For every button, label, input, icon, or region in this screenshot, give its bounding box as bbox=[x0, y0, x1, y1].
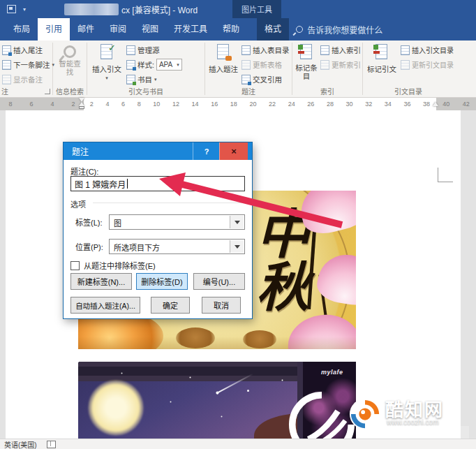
tab-view[interactable]: 视图 bbox=[134, 18, 166, 41]
tell-me-search[interactable]: 告诉我你想要做什么 bbox=[296, 18, 382, 41]
insert-endnote-button[interactable]: 插入尾注 bbox=[1, 43, 51, 57]
delete-label-button[interactable]: 删除标签(D) bbox=[136, 273, 188, 290]
chevron-down-icon[interactable] bbox=[230, 216, 244, 228]
insert-citation-button[interactable]: ✓ 插入引文 ▾ bbox=[89, 43, 125, 88]
mark-citation-button[interactable]: 标记引文 bbox=[364, 43, 399, 88]
manage-sources-button[interactable]: 管理源 bbox=[125, 43, 202, 57]
ruler-number: 4 bbox=[50, 101, 54, 108]
ruler-number: 30 bbox=[346, 101, 353, 108]
left-indent-marker[interactable] bbox=[79, 98, 84, 109]
update-toa-button: 更新引文目录 bbox=[399, 57, 452, 72]
cancel-button[interactable]: 取消 bbox=[202, 297, 241, 314]
ribbon-group-captions: 插入题注 插入表目录 更新表格 交叉引用 题注 bbox=[206, 41, 291, 97]
new-label-button[interactable]: 新建标签(N)... bbox=[70, 273, 132, 290]
ribbon-tab-row: 布局 引用 邮件 审阅 视图 开发工具 帮助 格式 告诉我你想要做什么 bbox=[0, 18, 476, 41]
tab-references[interactable]: 引用 bbox=[38, 18, 70, 41]
style-icon bbox=[126, 60, 135, 70]
tab-review[interactable]: 审阅 bbox=[102, 18, 134, 41]
label-dropdown-value: 图 bbox=[114, 217, 121, 228]
group-divider bbox=[52, 43, 53, 95]
watermark-site-url: www.coozhi.com bbox=[387, 418, 438, 426]
word-window: ▾ cx [兼容模式] - Word 图片工具 布局 引用 邮件 审阅 视图 开… bbox=[0, 0, 476, 449]
redacted-filename bbox=[64, 3, 119, 15]
caption-input[interactable]: 图 1 嫦娥奔月 bbox=[70, 176, 245, 191]
tab-layout[interactable]: 布局 bbox=[6, 18, 38, 41]
status-language[interactable]: 英语(美国) bbox=[4, 439, 37, 449]
quick-access-dropdown-icon[interactable]: ▾ bbox=[23, 6, 26, 13]
smart-lookup-icon bbox=[64, 45, 76, 58]
ribbon-group-authorities: 标记引文 插入引文目录 更新引文目录 引文目录 bbox=[364, 41, 453, 97]
close-icon[interactable]: × bbox=[219, 142, 248, 160]
ruler-number: 24 bbox=[288, 101, 295, 108]
status-bar: 英语(美国) bbox=[0, 439, 476, 449]
mark-citation-icon bbox=[373, 44, 390, 62]
quick-access-toolbar: ▾ bbox=[0, 5, 26, 13]
show-notes-button: 显示备注 bbox=[1, 72, 51, 87]
insert-table-of-figures-button[interactable]: 插入表目录 bbox=[240, 43, 290, 57]
caption-input-value: 图 1 嫦娥奔月 bbox=[75, 178, 126, 190]
horizontal-ruler[interactable]: 8642 2468101214161820222426283032343638 … bbox=[0, 98, 476, 110]
position-dropdown-value: 所选项目下方 bbox=[114, 242, 160, 253]
ruler-number: 28 bbox=[327, 101, 334, 108]
ruler-number: 42 bbox=[463, 101, 470, 108]
tab-mailings[interactable]: 邮件 bbox=[70, 18, 102, 41]
group-divider bbox=[292, 43, 292, 95]
quick-access-icon[interactable] bbox=[7, 5, 16, 13]
window-title: cx [兼容模式] - Word bbox=[121, 3, 198, 15]
tab-developer[interactable]: 开发工具 bbox=[166, 18, 215, 41]
autocaption-button[interactable]: 自动插入题注(A)... bbox=[70, 297, 140, 314]
ruler-number: 20 bbox=[249, 101, 256, 108]
tab-picture-format[interactable]: 格式 bbox=[257, 18, 289, 41]
manage-sources-icon bbox=[126, 45, 135, 55]
caption-field-label: 题注(C): bbox=[70, 165, 98, 177]
next-footnote-button[interactable]: 下一条脚注 ▾ bbox=[1, 57, 51, 72]
dialog-title: 题注 bbox=[72, 145, 89, 157]
insert-caption-button[interactable]: 插入题注 bbox=[207, 43, 240, 88]
group-divider bbox=[204, 43, 205, 95]
ruler-number: 36 bbox=[403, 101, 410, 108]
cross-reference-icon bbox=[241, 75, 251, 84]
ok-button[interactable]: 确定 bbox=[151, 297, 190, 314]
authorities-group-label: 引文目录 bbox=[394, 86, 422, 96]
chevron-down-icon: ▾ bbox=[154, 77, 157, 82]
margin-corner-mark bbox=[438, 168, 453, 182]
insert-index-button[interactable]: 插入索引 bbox=[319, 43, 361, 57]
style-dropdown[interactable]: APA ▾ bbox=[156, 59, 182, 71]
footnotes-group-label: 注 bbox=[1, 86, 8, 96]
watermark-site-name: 酷知网 bbox=[385, 395, 444, 421]
right-indent-marker[interactable] bbox=[433, 102, 438, 106]
ruler-number: 2 bbox=[71, 101, 75, 108]
insert-toa-button[interactable]: 插入引文目录 bbox=[399, 43, 452, 57]
ruler-number: 4 bbox=[105, 101, 109, 108]
ruler-number: 22 bbox=[269, 101, 276, 108]
options-divider bbox=[93, 203, 245, 203]
exclude-label-checkbox[interactable] bbox=[70, 261, 80, 270]
cross-reference-button[interactable]: 交叉引用 bbox=[240, 72, 290, 87]
chevron-down-icon[interactable] bbox=[230, 240, 244, 253]
proofing-status-icon[interactable] bbox=[47, 441, 56, 448]
chevron-down-icon: ▾ bbox=[177, 62, 179, 68]
citations-group-label: 引文与书目 bbox=[128, 86, 163, 96]
insert-citation-icon: ✓ bbox=[98, 44, 115, 62]
image-bottom-shade bbox=[78, 337, 356, 349]
options-group-label: 选项 bbox=[70, 198, 86, 209]
label-field-label: 标签(L): bbox=[75, 216, 103, 228]
numbering-button[interactable]: 编号(U)... bbox=[193, 273, 245, 290]
chevron-down-icon: ▾ bbox=[105, 75, 108, 81]
label-dropdown[interactable]: 图 bbox=[109, 214, 245, 230]
bibliography-icon bbox=[126, 75, 135, 84]
ruler-number: 10 bbox=[153, 101, 160, 108]
ruler-number: 38 bbox=[423, 101, 430, 108]
position-dropdown[interactable]: 所选项目下方 bbox=[109, 239, 245, 254]
footnotes-dialog-launcher-icon[interactable] bbox=[45, 89, 50, 94]
update-index-icon bbox=[320, 60, 329, 70]
ruler-left-margin: 8642 bbox=[0, 98, 84, 110]
ruler-right-margin: 4042 bbox=[436, 98, 476, 110]
bibliography-button[interactable]: 书目 ▾ bbox=[125, 72, 202, 87]
update-index-button: 更新索引 bbox=[319, 57, 361, 72]
update-toa-icon bbox=[401, 60, 410, 70]
insert-toa-icon bbox=[401, 45, 410, 55]
dialog-help-button[interactable]: ? bbox=[193, 142, 220, 160]
mark-entry-button[interactable]: 标记条目 bbox=[294, 43, 319, 88]
tab-help[interactable]: 帮助 bbox=[215, 18, 247, 41]
